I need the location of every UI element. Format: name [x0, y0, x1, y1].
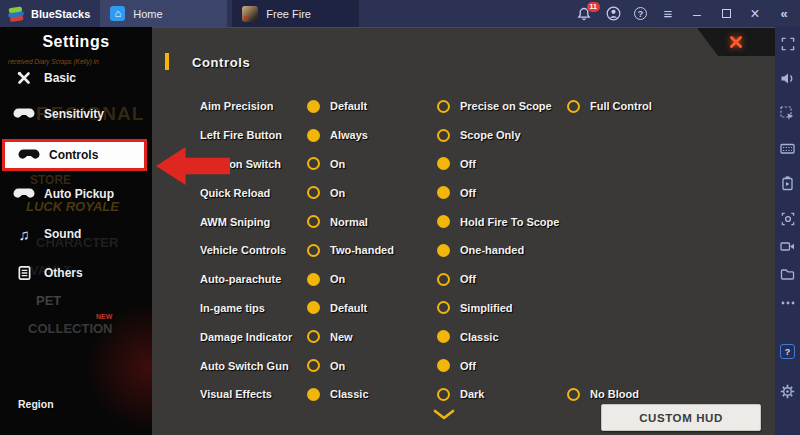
radio-unselected-icon[interactable]: [437, 100, 450, 113]
radio-selected-icon[interactable]: [307, 273, 320, 286]
sidebar-item-sound[interactable]: ♫Sound: [0, 220, 150, 248]
option-label: One-handed: [460, 244, 524, 256]
tab-home[interactable]: ⌂ Home: [100, 0, 227, 27]
sidebar-item-auto-pickup[interactable]: Auto Pickup: [0, 180, 150, 208]
setting-label: Damage Indicator: [200, 331, 307, 343]
radio-unselected-icon[interactable]: [307, 215, 320, 228]
setting-row: Quick ReloadOnOff: [152, 178, 775, 207]
radio-option[interactable]: Full Control: [567, 100, 775, 113]
radio-selected-icon[interactable]: [437, 359, 450, 372]
sidebar-item-basic[interactable]: Basic: [0, 64, 150, 92]
radio-option[interactable]: Always: [307, 129, 437, 142]
help-circle-icon[interactable]: ?: [634, 7, 647, 20]
radio-selected-icon[interactable]: [437, 244, 450, 257]
screenshot-icon[interactable]: [780, 211, 795, 226]
minimize-icon[interactable]: –: [689, 6, 705, 22]
radio-unselected-icon[interactable]: [437, 301, 450, 314]
option-label: Simplified: [460, 302, 513, 314]
radio-option[interactable]: Off: [437, 186, 567, 199]
radio-unselected-icon[interactable]: [437, 273, 450, 286]
option-label: Hold Fire To Scope: [460, 216, 559, 228]
menu-icon[interactable]: ≡: [660, 6, 676, 22]
radio-unselected-icon[interactable]: [567, 388, 580, 401]
tab-free-fire[interactable]: Free Fire: [232, 0, 359, 27]
radio-unselected-icon[interactable]: [307, 359, 320, 372]
option-label: Two-handed: [330, 244, 394, 256]
radio-option[interactable]: On: [307, 359, 437, 372]
radio-option[interactable]: On: [307, 273, 437, 286]
radio-selected-icon[interactable]: [437, 215, 450, 228]
radio-option[interactable]: Classic: [307, 388, 437, 401]
option-label: Always: [330, 129, 368, 141]
custom-hud-button[interactable]: CUSTOM HUD: [601, 404, 761, 431]
radio-option[interactable]: Two-handed: [307, 244, 437, 257]
radio-option[interactable]: No Blood: [567, 388, 775, 401]
radio-option[interactable]: Normal: [307, 215, 437, 228]
radio-selected-icon[interactable]: [307, 100, 320, 113]
radio-unselected-icon[interactable]: [307, 244, 320, 257]
setting-label: Vehicle Controls: [200, 244, 307, 256]
sidebar-item-sensitivity[interactable]: Sensitivity: [0, 100, 150, 128]
radio-unselected-icon[interactable]: [307, 157, 320, 170]
option-label: On: [330, 273, 345, 285]
maximize-icon[interactable]: [718, 6, 734, 22]
radio-selected-icon[interactable]: [307, 388, 320, 401]
radio-option[interactable]: On: [307, 186, 437, 199]
radio-selected-icon[interactable]: [437, 157, 450, 170]
radio-unselected-icon[interactable]: [307, 330, 320, 343]
keyboard-controls-icon[interactable]: [780, 141, 795, 156]
radio-option[interactable]: One-handed: [437, 244, 567, 257]
close-x-icon: [728, 34, 744, 50]
option-label: Classic: [330, 388, 369, 400]
radio-selected-icon[interactable]: [307, 301, 320, 314]
radio-unselected-icon[interactable]: [567, 100, 580, 113]
radio-unselected-icon[interactable]: [437, 388, 450, 401]
settings-close-button[interactable]: [697, 28, 775, 56]
media-folder-icon[interactable]: [780, 267, 795, 282]
radio-option[interactable]: Precise on Scope: [437, 100, 567, 113]
scroll-more-chevron-icon[interactable]: [432, 406, 456, 424]
sidebar-item-label: Controls: [49, 148, 98, 162]
setting-label: Left Fire Button: [200, 129, 307, 141]
setting-row: Vehicle ControlsTwo-handedOne-handed: [152, 236, 775, 265]
radio-unselected-icon[interactable]: [307, 186, 320, 199]
notification-bell-icon[interactable]: 11: [576, 6, 592, 22]
radio-option[interactable]: Default: [307, 100, 437, 113]
radio-option[interactable]: Classic: [437, 330, 567, 343]
script-icon[interactable]: [780, 176, 795, 191]
sidebar-item-controls[interactable]: Controls: [2, 139, 147, 171]
fullscreen-icon[interactable]: [780, 36, 795, 51]
sidebar-item-others[interactable]: Others: [0, 259, 150, 287]
screen-recorder-icon[interactable]: [780, 239, 795, 254]
bluestacks-window: BlueStacks ⌂ Home Free Fire 11: [0, 0, 800, 435]
radio-unselected-icon[interactable]: [437, 129, 450, 142]
close-icon[interactable]: ×: [747, 6, 763, 22]
radio-selected-icon[interactable]: [307, 129, 320, 142]
radio-option[interactable]: Scope Only: [437, 129, 567, 142]
setting-row: Weapon SwitchOnOff: [152, 150, 775, 179]
settings-gear-icon[interactable]: [780, 384, 795, 399]
radio-selected-icon[interactable]: [437, 186, 450, 199]
radio-option[interactable]: Dark: [437, 388, 567, 401]
setting-row: Left Fire ButtonAlwaysScope Only: [152, 121, 775, 150]
setting-row: Auto-parachuteOnOff: [152, 265, 775, 294]
collapse-sidebar-icon[interactable]: «: [776, 6, 792, 22]
sidebar-item-label: Sensitivity: [44, 107, 104, 121]
radio-option[interactable]: On: [307, 157, 437, 170]
volume-icon[interactable]: [780, 71, 795, 86]
setting-row: AWM SnipingNormalHold Fire To Scope: [152, 207, 775, 236]
radio-option[interactable]: Off: [437, 157, 567, 170]
radio-selected-icon[interactable]: [437, 330, 450, 343]
radio-option[interactable]: New: [307, 330, 437, 343]
cursor-mode-icon[interactable]: [780, 106, 795, 121]
radio-option[interactable]: Hold Fire To Scope: [437, 215, 567, 228]
help-icon[interactable]: ?: [780, 344, 795, 359]
brand-name: BlueStacks: [31, 8, 90, 20]
radio-option[interactable]: Off: [437, 359, 567, 372]
radio-option[interactable]: Simplified: [437, 301, 567, 314]
radio-option[interactable]: Off: [437, 273, 567, 286]
account-icon[interactable]: [605, 6, 621, 22]
setting-row: Damage IndicatorNewClassic: [152, 322, 775, 351]
more-icon[interactable]: [780, 295, 795, 310]
radio-option[interactable]: Default: [307, 301, 437, 314]
